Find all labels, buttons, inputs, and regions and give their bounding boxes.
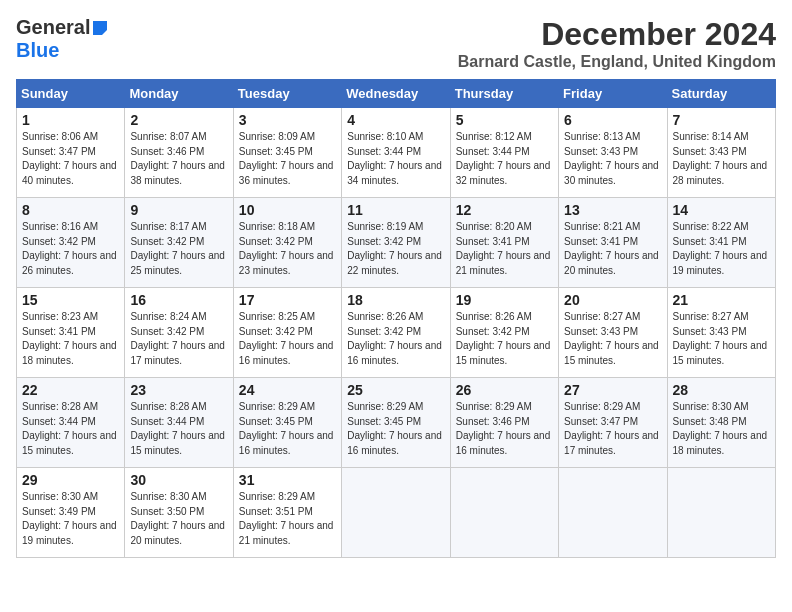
logo: General Blue <box>16 16 109 62</box>
calendar-day-cell: 4 Sunrise: 8:10 AMSunset: 3:44 PMDayligh… <box>342 108 450 198</box>
day-info: Sunrise: 8:12 AMSunset: 3:44 PMDaylight:… <box>456 131 551 186</box>
calendar-day-cell: 11 Sunrise: 8:19 AMSunset: 3:42 PMDaylig… <box>342 198 450 288</box>
day-number: 29 <box>22 472 119 488</box>
day-info: Sunrise: 8:28 AMSunset: 3:44 PMDaylight:… <box>22 401 117 456</box>
day-number: 18 <box>347 292 444 308</box>
day-info: Sunrise: 8:14 AMSunset: 3:43 PMDaylight:… <box>673 131 768 186</box>
weekday-header-saturday: Saturday <box>667 80 775 108</box>
day-number: 26 <box>456 382 553 398</box>
day-info: Sunrise: 8:26 AMSunset: 3:42 PMDaylight:… <box>456 311 551 366</box>
day-number: 27 <box>564 382 661 398</box>
calendar-day-cell: 31 Sunrise: 8:29 AMSunset: 3:51 PMDaylig… <box>233 468 341 558</box>
calendar-day-cell: 12 Sunrise: 8:20 AMSunset: 3:41 PMDaylig… <box>450 198 558 288</box>
calendar-day-cell: 10 Sunrise: 8:18 AMSunset: 3:42 PMDaylig… <box>233 198 341 288</box>
calendar-day-cell: 7 Sunrise: 8:14 AMSunset: 3:43 PMDayligh… <box>667 108 775 198</box>
calendar-day-cell <box>342 468 450 558</box>
day-info: Sunrise: 8:26 AMSunset: 3:42 PMDaylight:… <box>347 311 442 366</box>
day-number: 12 <box>456 202 553 218</box>
day-info: Sunrise: 8:29 AMSunset: 3:46 PMDaylight:… <box>456 401 551 456</box>
calendar-week-row: 29 Sunrise: 8:30 AMSunset: 3:49 PMDaylig… <box>17 468 776 558</box>
day-number: 24 <box>239 382 336 398</box>
calendar-day-cell: 6 Sunrise: 8:13 AMSunset: 3:43 PMDayligh… <box>559 108 667 198</box>
calendar-day-cell: 23 Sunrise: 8:28 AMSunset: 3:44 PMDaylig… <box>125 378 233 468</box>
calendar-day-cell: 21 Sunrise: 8:27 AMSunset: 3:43 PMDaylig… <box>667 288 775 378</box>
calendar-day-cell: 1 Sunrise: 8:06 AMSunset: 3:47 PMDayligh… <box>17 108 125 198</box>
calendar-day-cell: 19 Sunrise: 8:26 AMSunset: 3:42 PMDaylig… <box>450 288 558 378</box>
calendar-week-row: 22 Sunrise: 8:28 AMSunset: 3:44 PMDaylig… <box>17 378 776 468</box>
day-number: 13 <box>564 202 661 218</box>
calendar-day-cell: 18 Sunrise: 8:26 AMSunset: 3:42 PMDaylig… <box>342 288 450 378</box>
month-title: December 2024 <box>458 16 776 53</box>
day-number: 31 <box>239 472 336 488</box>
logo-text-blue: Blue <box>16 39 59 61</box>
day-number: 11 <box>347 202 444 218</box>
calendar-day-cell: 5 Sunrise: 8:12 AMSunset: 3:44 PMDayligh… <box>450 108 558 198</box>
day-info: Sunrise: 8:21 AMSunset: 3:41 PMDaylight:… <box>564 221 659 276</box>
calendar-week-row: 1 Sunrise: 8:06 AMSunset: 3:47 PMDayligh… <box>17 108 776 198</box>
calendar-day-cell: 14 Sunrise: 8:22 AMSunset: 3:41 PMDaylig… <box>667 198 775 288</box>
weekday-header-sunday: Sunday <box>17 80 125 108</box>
day-number: 19 <box>456 292 553 308</box>
calendar-day-cell: 30 Sunrise: 8:30 AMSunset: 3:50 PMDaylig… <box>125 468 233 558</box>
day-number: 4 <box>347 112 444 128</box>
day-info: Sunrise: 8:28 AMSunset: 3:44 PMDaylight:… <box>130 401 225 456</box>
day-number: 23 <box>130 382 227 398</box>
day-number: 14 <box>673 202 770 218</box>
day-info: Sunrise: 8:29 AMSunset: 3:47 PMDaylight:… <box>564 401 659 456</box>
calendar-day-cell: 16 Sunrise: 8:24 AMSunset: 3:42 PMDaylig… <box>125 288 233 378</box>
calendar-day-cell: 9 Sunrise: 8:17 AMSunset: 3:42 PMDayligh… <box>125 198 233 288</box>
header: General Blue December 2024 Barnard Castl… <box>16 16 776 71</box>
day-info: Sunrise: 8:30 AMSunset: 3:48 PMDaylight:… <box>673 401 768 456</box>
day-info: Sunrise: 8:25 AMSunset: 3:42 PMDaylight:… <box>239 311 334 366</box>
logo-text-general: General <box>16 16 90 39</box>
location-title: Barnard Castle, England, United Kingdom <box>458 53 776 71</box>
calendar-day-cell: 2 Sunrise: 8:07 AMSunset: 3:46 PMDayligh… <box>125 108 233 198</box>
day-info: Sunrise: 8:10 AMSunset: 3:44 PMDaylight:… <box>347 131 442 186</box>
calendar-day-cell <box>450 468 558 558</box>
day-info: Sunrise: 8:29 AMSunset: 3:51 PMDaylight:… <box>239 491 334 546</box>
day-number: 17 <box>239 292 336 308</box>
calendar-day-cell: 27 Sunrise: 8:29 AMSunset: 3:47 PMDaylig… <box>559 378 667 468</box>
calendar-day-cell: 24 Sunrise: 8:29 AMSunset: 3:45 PMDaylig… <box>233 378 341 468</box>
day-info: Sunrise: 8:18 AMSunset: 3:42 PMDaylight:… <box>239 221 334 276</box>
day-info: Sunrise: 8:30 AMSunset: 3:49 PMDaylight:… <box>22 491 117 546</box>
day-info: Sunrise: 8:27 AMSunset: 3:43 PMDaylight:… <box>564 311 659 366</box>
calendar-day-cell: 29 Sunrise: 8:30 AMSunset: 3:49 PMDaylig… <box>17 468 125 558</box>
day-info: Sunrise: 8:17 AMSunset: 3:42 PMDaylight:… <box>130 221 225 276</box>
day-number: 10 <box>239 202 336 218</box>
day-number: 3 <box>239 112 336 128</box>
day-number: 7 <box>673 112 770 128</box>
calendar-day-cell: 26 Sunrise: 8:29 AMSunset: 3:46 PMDaylig… <box>450 378 558 468</box>
calendar-day-cell: 13 Sunrise: 8:21 AMSunset: 3:41 PMDaylig… <box>559 198 667 288</box>
weekday-header-wednesday: Wednesday <box>342 80 450 108</box>
day-info: Sunrise: 8:29 AMSunset: 3:45 PMDaylight:… <box>347 401 442 456</box>
weekday-header-monday: Monday <box>125 80 233 108</box>
day-info: Sunrise: 8:23 AMSunset: 3:41 PMDaylight:… <box>22 311 117 366</box>
day-number: 9 <box>130 202 227 218</box>
day-number: 21 <box>673 292 770 308</box>
calendar-day-cell: 8 Sunrise: 8:16 AMSunset: 3:42 PMDayligh… <box>17 198 125 288</box>
calendar-day-cell <box>559 468 667 558</box>
day-info: Sunrise: 8:13 AMSunset: 3:43 PMDaylight:… <box>564 131 659 186</box>
day-number: 6 <box>564 112 661 128</box>
day-info: Sunrise: 8:22 AMSunset: 3:41 PMDaylight:… <box>673 221 768 276</box>
calendar-day-cell: 17 Sunrise: 8:25 AMSunset: 3:42 PMDaylig… <box>233 288 341 378</box>
title-area: December 2024 Barnard Castle, England, U… <box>458 16 776 71</box>
calendar-day-cell: 22 Sunrise: 8:28 AMSunset: 3:44 PMDaylig… <box>17 378 125 468</box>
calendar-day-cell: 28 Sunrise: 8:30 AMSunset: 3:48 PMDaylig… <box>667 378 775 468</box>
calendar-day-cell <box>667 468 775 558</box>
day-number: 5 <box>456 112 553 128</box>
calendar-day-cell: 20 Sunrise: 8:27 AMSunset: 3:43 PMDaylig… <box>559 288 667 378</box>
calendar-day-cell: 3 Sunrise: 8:09 AMSunset: 3:45 PMDayligh… <box>233 108 341 198</box>
day-number: 20 <box>564 292 661 308</box>
day-info: Sunrise: 8:29 AMSunset: 3:45 PMDaylight:… <box>239 401 334 456</box>
day-info: Sunrise: 8:27 AMSunset: 3:43 PMDaylight:… <box>673 311 768 366</box>
weekday-header-tuesday: Tuesday <box>233 80 341 108</box>
weekday-header-row: SundayMondayTuesdayWednesdayThursdayFrid… <box>17 80 776 108</box>
day-number: 8 <box>22 202 119 218</box>
calendar-day-cell: 25 Sunrise: 8:29 AMSunset: 3:45 PMDaylig… <box>342 378 450 468</box>
day-number: 1 <box>22 112 119 128</box>
calendar-week-row: 8 Sunrise: 8:16 AMSunset: 3:42 PMDayligh… <box>17 198 776 288</box>
day-number: 2 <box>130 112 227 128</box>
calendar-day-cell: 15 Sunrise: 8:23 AMSunset: 3:41 PMDaylig… <box>17 288 125 378</box>
